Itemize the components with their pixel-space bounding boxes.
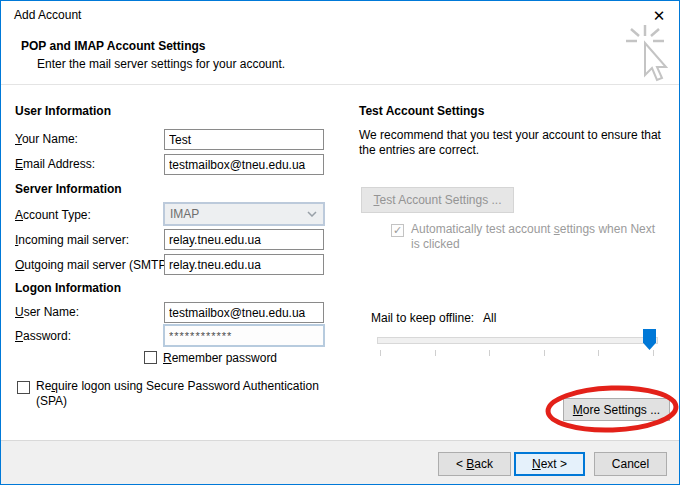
close-button[interactable]: ✕ (647, 5, 671, 27)
more-settings-button[interactable]: More Settings ... (563, 398, 670, 421)
mail-to-keep-offline-value: All (483, 311, 496, 325)
spa-checkbox[interactable] (17, 381, 30, 394)
check-icon: ✓ (393, 225, 402, 236)
outgoing-server-label: Outgoing mail server (SMTP): (15, 258, 174, 272)
email-address-label: Email Address: (15, 157, 95, 171)
next-button[interactable]: Next > (514, 452, 585, 476)
test-account-settings-button[interactable]: Test Account Settings ... (361, 187, 514, 213)
password-input[interactable] (163, 324, 325, 347)
window-title: Add Account (14, 8, 81, 22)
slider-tick (598, 350, 599, 356)
incoming-server-label: Incoming mail server: (15, 233, 129, 247)
chevron-down-icon (301, 211, 323, 217)
mouse-click-cursor-icon (621, 23, 673, 88)
slider-tick (544, 350, 545, 356)
user-name-input[interactable] (164, 302, 324, 323)
auto-test-checkbox[interactable]: ✓ (391, 224, 404, 237)
page-title: POP and IMAP Account Settings (21, 39, 205, 53)
user-name-label: User Name: (15, 305, 79, 319)
account-type-label: Account Type: (15, 208, 91, 222)
remember-password-checkbox[interactable] (144, 351, 157, 364)
user-information-heading: User Information (15, 104, 111, 118)
offline-slider-track[interactable] (377, 337, 658, 344)
logon-information-heading: Logon Information (15, 281, 121, 295)
close-icon: ✕ (653, 7, 666, 25)
slider-tick (435, 350, 436, 356)
password-label: Password: (15, 329, 71, 343)
auto-test-label: Automatically test account settings when… (411, 222, 680, 252)
header-divider (1, 84, 680, 85)
add-account-dialog: Add Account ✕ POP and IMAP Account Setti… (0, 0, 680, 485)
remember-password-label: Remember password (163, 351, 277, 365)
mail-to-keep-offline-label: Mail to keep offline: (371, 311, 474, 325)
server-information-heading: Server Information (15, 182, 122, 196)
cancel-button[interactable]: Cancel (594, 452, 667, 476)
page-subtitle: Enter the mail server settings for your … (37, 57, 285, 71)
slider-tick (653, 350, 654, 356)
your-name-input[interactable] (164, 129, 324, 150)
spa-label: Require logon using Secure Password Auth… (36, 379, 376, 409)
account-type-value: IMAP (165, 207, 301, 221)
slider-tick (489, 350, 490, 356)
back-button[interactable]: < Back (438, 452, 511, 476)
outgoing-server-input[interactable] (164, 254, 324, 275)
test-account-settings-heading: Test Account Settings (359, 104, 484, 118)
account-type-dropdown[interactable]: IMAP (163, 202, 325, 226)
test-account-settings-description: We recommend that you test your account … (359, 128, 680, 158)
offline-slider-thumb[interactable] (643, 329, 656, 350)
email-address-input[interactable] (164, 154, 324, 175)
incoming-server-input[interactable] (164, 229, 324, 250)
slider-tick (380, 350, 381, 356)
your-name-label: Your Name: (15, 132, 78, 146)
